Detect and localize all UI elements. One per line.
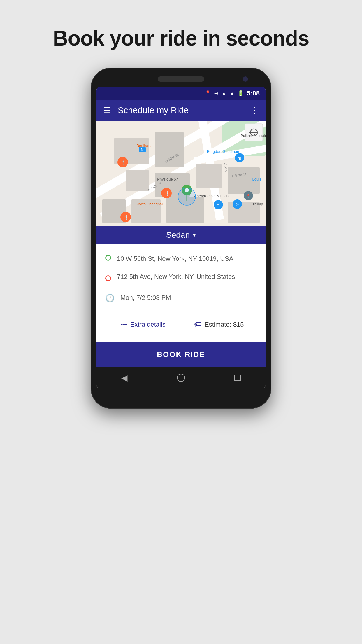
more-options-icon[interactable]: ⋮ [250,106,259,115]
clock-icon: 🕐 [105,294,115,303]
svg-text:Louis: Louis [252,177,261,181]
pickup-input[interactable] [117,253,257,265]
location-inputs-row [105,253,257,289]
dropoff-dot [105,275,111,281]
bottom-navigation: ◀ [96,367,266,388]
phone-screen: 📍 ⊖ ▲ ▲ 🔋 5:08 ☰ Schedule my Ride ⋮ [96,87,266,388]
app-bar-title: Schedule my Ride [118,105,250,115]
svg-rect-7 [155,132,184,167]
car-type-selector[interactable]: Sedan ▾ [96,226,266,244]
svg-text:Abercrombie & Fitch: Abercrombie & Fitch [194,194,229,198]
svg-text:Joe's Shanghai: Joe's Shanghai [137,202,163,206]
svg-text:🛍: 🛍 [217,203,220,207]
pickup-dot [105,255,111,261]
svg-text:🍴: 🍴 [120,160,126,165]
svg-rect-8 [126,170,149,191]
bottom-info-bar: ••• Extra details 🏷 Estimate: $15 [105,313,257,336]
datetime-input[interactable] [120,292,257,304]
estimate-section: 🏷 Estimate: $15 [181,313,257,336]
car-type-dropdown-icon: ▾ [193,231,196,239]
location-status-icon: 📍 [205,90,211,97]
app-bar: ☰ Schedule my Ride ⋮ [96,100,266,121]
phone-top-bar [96,76,266,82]
svg-text:📍: 📍 [246,194,251,199]
home-nav-icon[interactable] [177,374,185,382]
phone-bottom [96,388,266,397]
connector-line [108,261,108,275]
signal-icon: ▲ [229,90,235,97]
ride-form: 🕐 ••• Extra details 🏷 Estimate: $15 [96,244,266,342]
extra-details-label: Extra details [130,321,166,328]
wifi-icon: ▲ [221,90,226,97]
svg-rect-10 [196,164,222,188]
recents-nav-icon[interactable] [234,374,241,381]
car-type-label: Sedan [166,230,190,240]
status-time: 5:08 [247,90,260,97]
phone-device: 📍 ⊖ ▲ ▲ 🔋 5:08 ☰ Schedule my Ride ⋮ [91,68,271,409]
svg-text:Bergdorf Goodman: Bergdorf Goodman [207,149,239,154]
svg-text:🍴: 🍴 [164,191,169,196]
page-headline: Book your ride in seconds [53,26,309,50]
svg-text:Trump: Trump [252,202,263,206]
back-nav-icon[interactable]: ◀ [121,373,128,383]
battery-icon: 🔋 [238,90,244,97]
estimate-label: Estimate: $15 [205,321,244,328]
dropoff-input[interactable] [117,271,257,284]
svg-text:🛍: 🛍 [236,202,239,207]
location-fields [117,253,257,289]
location-connector [105,255,111,281]
datetime-row: 🕐 [105,292,257,307]
status-icons: 📍 ⊖ ▲ ▲ 🔋 5:08 [205,90,260,97]
status-bar: 📍 ⊖ ▲ ▲ 🔋 5:08 [96,87,266,100]
book-ride-button[interactable]: BOOK RIDE [96,342,266,367]
svg-point-23 [178,188,196,205]
svg-text:🍴: 🍴 [123,215,129,220]
svg-text:🛍: 🛍 [238,156,242,160]
speaker [158,76,204,82]
price-tag-icon: 🏷 [194,320,202,329]
svg-text:Pulitzer Fountain: Pulitzer Fountain [241,134,266,138]
camera [243,76,248,82]
svg-text:Physique 57: Physique 57 [157,177,178,181]
dots-icon: ••• [121,321,127,328]
map-view[interactable]: 🍴 🍴 🍴 Pulitzer Fountain Bergdorf Goodman… [96,121,266,226]
extra-details-button[interactable]: ••• Extra details [105,313,181,336]
hamburger-menu-icon[interactable]: ☰ [103,106,111,115]
do-not-disturb-icon: ⊖ [214,90,218,97]
svg-text:M: M [141,148,143,151]
